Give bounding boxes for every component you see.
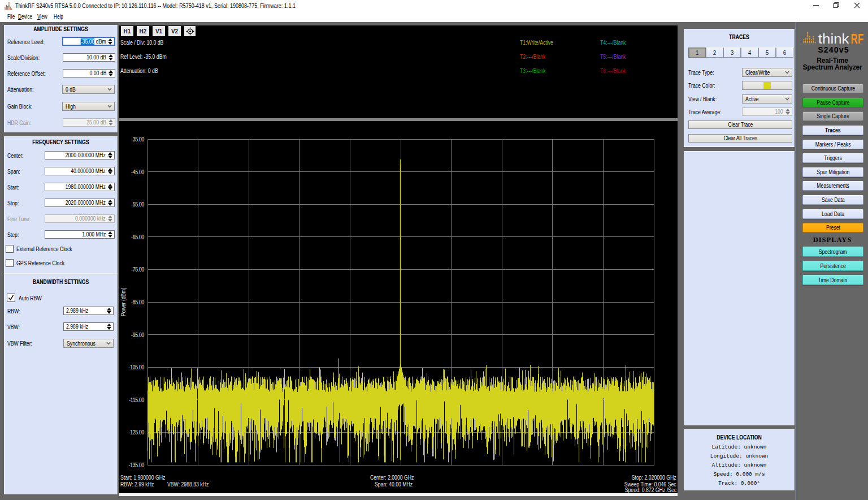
svg-text:RF: RF (851, 32, 864, 45)
svg-text:think: think (818, 32, 849, 45)
